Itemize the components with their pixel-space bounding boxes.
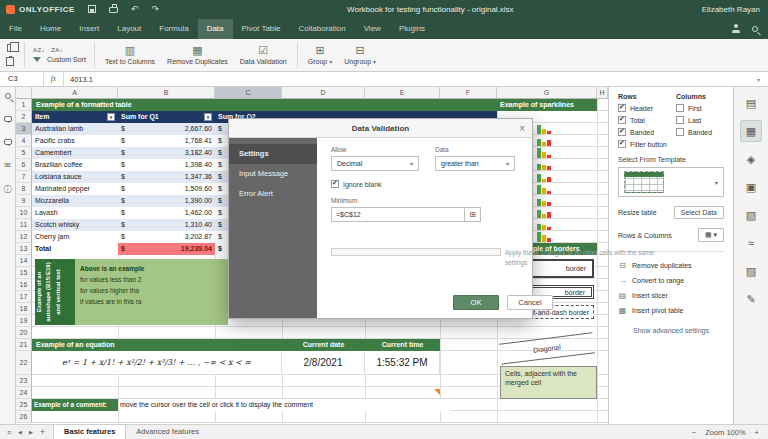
row-header-16[interactable]: 16 <box>16 279 32 291</box>
item-q1-cell[interactable]: $1,398.40 <box>118 159 215 171</box>
item-q1-cell[interactable]: $1,768.41 <box>118 135 215 147</box>
row-header-18[interactable]: 18 <box>16 303 32 315</box>
item-name-cell[interactable]: Scotch whisky <box>35 219 79 231</box>
minimum-input[interactable]: =$C$12 ⊞ <box>331 207 481 222</box>
equation-cell[interactable]: eˣ = 1 + x/1! + x²/2! + x³/3! + … , −∞ <… <box>32 351 282 375</box>
row-header-3[interactable]: 3 <box>16 123 32 135</box>
item-q2-cell[interactable]: $ <box>215 183 222 195</box>
insert-function-button[interactable]: fx <box>44 72 64 86</box>
nav-error-alert[interactable]: Error Alert <box>229 184 317 204</box>
filter-button[interactable]: ▼ <box>204 113 212 121</box>
item-name-cell[interactable]: Mozzarella <box>35 195 69 207</box>
total-label-cell[interactable]: Total <box>35 243 51 255</box>
sparkline-cell[interactable] <box>537 123 555 135</box>
row-header-1[interactable]: 1 <box>16 99 32 111</box>
comment-label-cell[interactable]: Example of a comment: <box>32 399 118 411</box>
save-button[interactable] <box>88 5 96 15</box>
item-q1-cell[interactable]: $3,202.87 <box>118 231 215 243</box>
row-header-10[interactable]: 10 <box>16 207 32 219</box>
row-header-12[interactable]: 12 <box>16 231 32 243</box>
item-name-cell[interactable]: Pacific crabs <box>35 135 75 147</box>
tab-formula[interactable]: Formula <box>150 19 197 39</box>
chat-button[interactable] <box>4 138 12 147</box>
add-user-button[interactable] <box>732 24 740 35</box>
item-q1-cell[interactable]: $1,390.00 <box>118 195 215 207</box>
find-button[interactable] <box>5 92 11 101</box>
sheet-tab-basic-features[interactable]: Basic features <box>53 425 126 439</box>
zoom-in-button[interactable]: + <box>755 428 759 437</box>
row-header-15[interactable]: 15 <box>16 267 32 279</box>
row-header-19[interactable]: 19 <box>16 315 32 327</box>
chart-settings-button[interactable]: ▧ <box>740 204 762 226</box>
tab-file[interactable]: File <box>0 19 31 39</box>
select-range-icon[interactable]: ⊞ <box>464 208 480 221</box>
row-header-5[interactable]: 5 <box>16 147 32 159</box>
show-advanced-settings-link[interactable]: Show advanced settings <box>618 327 724 334</box>
row-header-7[interactable]: 7 <box>16 171 32 183</box>
item-name-cell[interactable]: Camembert <box>35 147 72 159</box>
data-validation-button[interactable]: ☑ Data Validation <box>234 40 293 70</box>
nav-input-message[interactable]: Input Message <box>229 164 317 184</box>
tab-insert[interactable]: Insert <box>70 19 108 39</box>
cell-settings-button[interactable]: ▤ <box>740 92 762 114</box>
banded-rows-checkbox[interactable] <box>618 128 626 136</box>
item-name-cell[interactable]: Brazilian coffee <box>35 159 83 171</box>
header-checkbox[interactable] <box>618 104 626 112</box>
tab-view[interactable]: View <box>355 19 390 39</box>
search-button[interactable] <box>752 25 758 34</box>
group-button[interactable]: ⊞ Group ▾ <box>302 40 338 70</box>
row-header-25[interactable]: 25 <box>16 399 32 411</box>
item-q2-cell[interactable]: $ <box>215 171 222 183</box>
equation-title-cell[interactable]: Example of an equation <box>32 339 282 351</box>
row-header-2[interactable]: 2 <box>16 111 32 123</box>
item-q2-cell[interactable]: $ <box>215 159 222 171</box>
sparklines-title-cell[interactable]: Example of sparklines <box>497 99 597 111</box>
item-q2-cell[interactable]: $ <box>215 147 222 159</box>
slicer-settings-button[interactable]: ▨ <box>740 260 762 282</box>
formatted-table-title-cell[interactable]: Example of a formatted table <box>32 99 497 111</box>
row-header-26[interactable]: 26 <box>16 411 32 423</box>
comments-button[interactable] <box>4 115 12 124</box>
row-header-17[interactable]: 17 <box>16 291 32 303</box>
undo-button[interactable]: ↶ <box>131 5 139 14</box>
row-header-11[interactable]: 11 <box>16 219 32 231</box>
custom-sort-button[interactable]: Custom Sort <box>33 56 86 63</box>
item-q2-cell[interactable]: $ <box>215 231 222 243</box>
table-header-item-cell[interactable]: Item ▼ <box>32 111 118 123</box>
print-button[interactable] <box>109 5 118 15</box>
item-q1-cell[interactable]: $2,667.60 <box>118 123 215 135</box>
tab-plugins[interactable]: Plugins <box>390 19 434 39</box>
row-header-4[interactable]: 4 <box>16 135 32 147</box>
formula-input[interactable]: 4013.1 <box>64 75 757 84</box>
sheet-list-button[interactable]: ≡ <box>7 429 11 436</box>
item-q1-cell[interactable]: $1,347.36 <box>118 171 215 183</box>
item-q2-cell[interactable]: $ <box>215 123 222 135</box>
column-header-g[interactable]: G <box>497 87 597 99</box>
paste-button[interactable] <box>6 57 14 67</box>
allow-select[interactable]: Decimal ▾ <box>331 156 419 171</box>
about-button[interactable]: ⓘ <box>4 184 12 195</box>
column-header-b[interactable]: B <box>118 87 215 99</box>
total-value-cell[interactable]: $19,239.04 <box>118 243 215 255</box>
data-select[interactable]: greater than ▾ <box>435 156 515 171</box>
cancel-button[interactable]: Cancel <box>507 295 553 310</box>
collapse-formula-bar-icon[interactable]: ▾ <box>757 76 768 83</box>
item-q1-cell[interactable]: $1,509.60 <box>118 183 215 195</box>
comment-text-cell[interactable]: move the cursor over the cell or click i… <box>120 399 450 411</box>
item-q2-cell[interactable]: $ <box>215 195 222 207</box>
nav-settings[interactable]: Settings <box>229 144 317 164</box>
item-name-cell[interactable]: Loisiana sauce <box>35 171 82 183</box>
item-name-cell[interactable]: Cherry jam <box>35 231 69 243</box>
ok-button[interactable]: OK <box>453 295 499 310</box>
item-q2-cell[interactable]: $ <box>215 207 222 219</box>
redo-button[interactable]: ↷ <box>151 5 159 14</box>
row-header-21[interactable]: 21 <box>16 339 32 351</box>
row-header-22[interactable]: 22 <box>16 351 32 375</box>
next-sheet-button[interactable]: ▶ <box>29 429 33 435</box>
current-time-cell[interactable]: 1:55:32 PM <box>365 351 440 375</box>
remove-duplicates-button[interactable]: ▦ Remove Duplicates <box>161 40 234 70</box>
shape-settings-button[interactable]: ◈ <box>740 148 762 170</box>
table-settings-button[interactable]: ▦ <box>740 120 762 142</box>
row-header-6[interactable]: 6 <box>16 159 32 171</box>
merged-adjacent-cell[interactable]: Cells, adjacent with the merged cell <box>500 366 597 399</box>
